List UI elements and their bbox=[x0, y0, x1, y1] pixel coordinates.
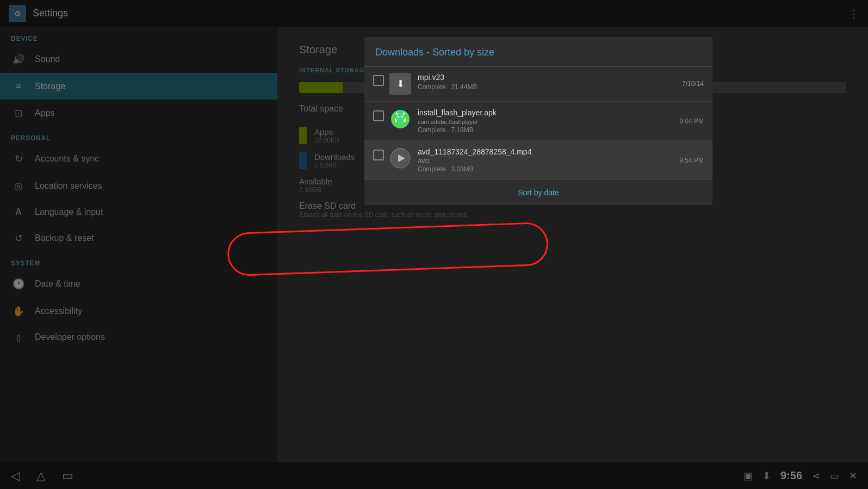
download-details-3: avd_11187324_28878258_4.mp4 AVD Complete… bbox=[418, 147, 674, 173]
download-icon-2 bbox=[389, 108, 411, 130]
download-sub-3: Complete 3.03MB bbox=[418, 165, 674, 173]
download-time-2: 9:04 PM bbox=[679, 117, 704, 125]
download-checkbox-2[interactable] bbox=[373, 110, 384, 121]
dialog-title: Downloads - Sorted by size bbox=[375, 47, 494, 58]
download-checkbox-1[interactable] bbox=[373, 75, 384, 86]
download-item-2[interactable]: install_flash_player.apk com.adobe.flash… bbox=[364, 102, 712, 141]
download-checkbox-3[interactable] bbox=[373, 150, 384, 160]
download-icon-1: ⬇ bbox=[389, 73, 411, 95]
dialog-footer: Sort by date bbox=[364, 180, 712, 205]
download-details-2: install_flash_player.apk com.adobe.flash… bbox=[418, 108, 674, 134]
download-sub-package-3: AVD bbox=[418, 158, 674, 164]
svg-rect-5 bbox=[398, 120, 403, 125]
download-time-3: 9:54 PM bbox=[679, 157, 704, 164]
download-sub-2: Complete 7.19MB bbox=[418, 126, 674, 134]
downloads-dialog: Downloads - Sorted by size ⬇ mpi.v23 Com… bbox=[364, 37, 712, 205]
download-sub-package-2: com.adobe.flashplayer bbox=[418, 119, 674, 125]
dialog-title-bar: Downloads - Sorted by size bbox=[364, 37, 712, 66]
download-item-1[interactable]: ⬇ mpi.v23 Complete 21.44MB 7/10/14 bbox=[364, 66, 712, 102]
svg-point-9 bbox=[401, 116, 403, 117]
svg-point-8 bbox=[398, 116, 399, 117]
download-name-2: install_flash_player.apk bbox=[418, 108, 674, 117]
download-time-1: 7/10/14 bbox=[682, 80, 704, 88]
download-icon-3 bbox=[389, 147, 411, 169]
download-sub-1: Complete 21.44MB bbox=[418, 83, 677, 91]
download-name-3: avd_11187324_28878258_4.mp4 bbox=[418, 147, 674, 156]
download-name-1: mpi.v23 bbox=[418, 73, 677, 82]
download-item-3[interactable]: avd_11187324_28878258_4.mp4 AVD Complete… bbox=[364, 141, 712, 180]
download-details-1: mpi.v23 Complete 21.44MB bbox=[418, 73, 677, 91]
sort-by-date-button[interactable]: Sort by date bbox=[518, 188, 559, 197]
